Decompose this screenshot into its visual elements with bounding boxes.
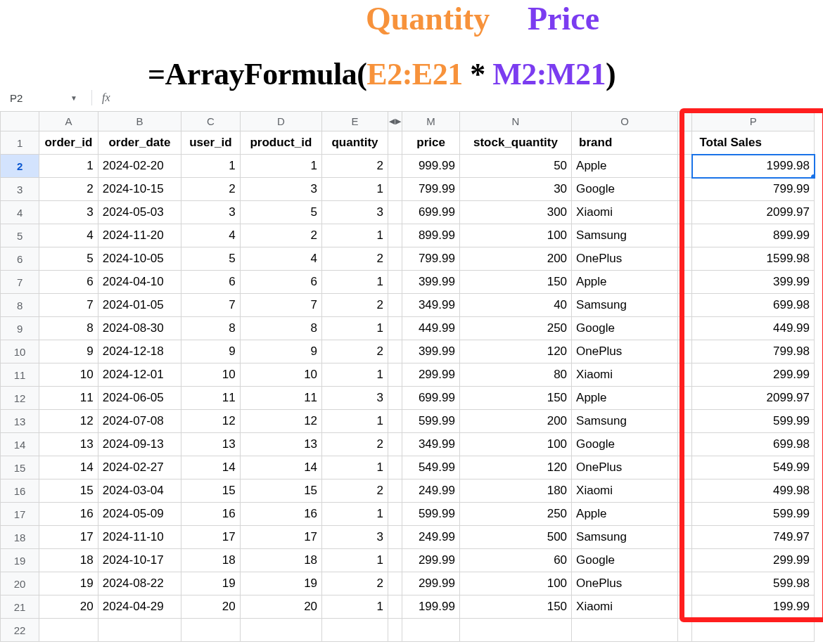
cell[interactable]: 349.99 <box>402 294 460 317</box>
cell[interactable]: 9 <box>39 340 98 363</box>
table-row[interactable]: 542024-11-20421899.99100Samsung899.99 <box>1 224 815 247</box>
cell[interactable]: 549.99 <box>692 456 815 479</box>
cell[interactable]: 20 <box>181 595 241 619</box>
cell[interactable]: 499.98 <box>692 479 815 503</box>
cell[interactable]: 9 <box>181 340 241 363</box>
table-row[interactable]: 322024-10-15231799.9930Google799.99 <box>1 178 815 201</box>
cell[interactable]: 599.99 <box>692 503 815 526</box>
cell[interactable]: 2024-10-17 <box>98 549 181 572</box>
table-row[interactable]: 15142024-02-2714141549.99120OnePlus549.9… <box>1 456 815 479</box>
row-header[interactable]: 11 <box>1 363 39 387</box>
cell[interactable]: 150 <box>459 271 571 294</box>
cell[interactable]: 2024-11-10 <box>98 526 181 549</box>
cell[interactable]: 1 <box>322 178 388 201</box>
cell[interactable]: 250 <box>459 317 571 340</box>
cell[interactable]: 12 <box>181 410 241 433</box>
cell[interactable]: 300 <box>459 201 571 224</box>
cell[interactable]: 200 <box>459 247 571 271</box>
cell[interactable]: 40 <box>459 294 571 317</box>
cell[interactable]: 18 <box>181 549 241 572</box>
cell[interactable]: 80 <box>459 363 571 387</box>
cell[interactable]: 1 <box>322 595 388 619</box>
cell[interactable]: 17 <box>39 526 98 549</box>
cell[interactable]: 599.99 <box>692 410 815 433</box>
row-header[interactable]: 3 <box>1 178 39 201</box>
cell[interactable]: 2 <box>322 155 388 178</box>
cell[interactable]: 199.99 <box>692 595 815 619</box>
cell[interactable]: 2099.97 <box>692 387 815 410</box>
cell[interactable]: 2 <box>322 340 388 363</box>
row-header[interactable]: 7 <box>1 271 39 294</box>
cell[interactable]: 150 <box>459 387 571 410</box>
cell[interactable]: 8 <box>240 317 321 340</box>
cell[interactable]: 2 <box>322 247 388 271</box>
cell[interactable]: 299.99 <box>402 363 460 387</box>
cell[interactable]: 799.99 <box>692 178 815 201</box>
table-row[interactable]: 20192024-08-2219192299.99100OnePlus599.9… <box>1 572 815 595</box>
cell[interactable]: Samsung <box>572 410 678 433</box>
cell[interactable]: Google <box>572 549 678 572</box>
col-header-B[interactable]: B <box>98 112 181 131</box>
cell[interactable]: 4 <box>240 247 321 271</box>
cell[interactable]: 599.99 <box>402 503 460 526</box>
cell[interactable]: 2024-08-22 <box>98 572 181 595</box>
cell[interactable]: 18 <box>240 549 321 572</box>
cell[interactable]: 2024-12-18 <box>98 340 181 363</box>
cell[interactable]: 250 <box>459 503 571 526</box>
cell[interactable]: Apple <box>572 503 678 526</box>
cell[interactable]: Xiaomi <box>572 201 678 224</box>
row-header[interactable]: 18 <box>1 526 39 549</box>
row-header[interactable]: 22 <box>1 619 39 642</box>
cell[interactable]: 5 <box>39 247 98 271</box>
row-header[interactable]: 21 <box>1 595 39 619</box>
cell[interactable]: Google <box>572 178 678 201</box>
cell[interactable]: 5 <box>240 201 321 224</box>
table-row[interactable]: 17162024-05-0916161599.99250Apple599.99 <box>1 503 815 526</box>
cell[interactable]: 2024-05-09 <box>98 503 181 526</box>
row-header[interactable]: 5 <box>1 224 39 247</box>
col-header-C[interactable]: C <box>181 112 241 131</box>
cell[interactable]: 2 <box>322 294 388 317</box>
cell[interactable]: 8 <box>39 317 98 340</box>
cell[interactable]: 15 <box>39 479 98 503</box>
row-header[interactable]: 17 <box>1 503 39 526</box>
cell[interactable]: 11 <box>181 387 241 410</box>
cell[interactable] <box>98 619 181 642</box>
cell[interactable] <box>322 619 388 642</box>
cell[interactable]: 299.99 <box>402 572 460 595</box>
cell[interactable]: 14 <box>39 456 98 479</box>
row-header[interactable]: 9 <box>1 317 39 340</box>
cell[interactable]: 11 <box>240 387 321 410</box>
table-row[interactable]: 432024-05-03353699.99300Xiaomi2099.97 <box>1 201 815 224</box>
col-header-M[interactable]: M <box>402 112 460 131</box>
cell[interactable]: Xiaomi <box>572 595 678 619</box>
cell[interactable]: 7 <box>181 294 241 317</box>
name-box[interactable]: P2 ▼ <box>7 91 80 105</box>
row-header[interactable]: 13 <box>1 410 39 433</box>
cell[interactable]: OnePlus <box>572 247 678 271</box>
table-row[interactable]: 14132024-09-1313132349.99100Google699.98 <box>1 433 815 456</box>
row-header[interactable]: 6 <box>1 247 39 271</box>
cell[interactable]: price <box>402 131 460 155</box>
cell[interactable]: 1 <box>322 363 388 387</box>
cell[interactable]: product_id <box>240 131 321 155</box>
cell[interactable]: 17 <box>181 526 241 549</box>
fx-icon[interactable]: fx <box>91 90 110 105</box>
cell[interactable]: Apple <box>572 271 678 294</box>
cell[interactable]: 30 <box>459 178 571 201</box>
cell[interactable]: 2024-02-27 <box>98 456 181 479</box>
cell[interactable]: 180 <box>459 479 571 503</box>
cell[interactable]: 2024-09-13 <box>98 433 181 456</box>
cell[interactable]: 2024-07-08 <box>98 410 181 433</box>
cell[interactable]: 399.99 <box>402 271 460 294</box>
cell[interactable]: 6 <box>39 271 98 294</box>
cell[interactable]: 200 <box>459 410 571 433</box>
cell[interactable]: 299.99 <box>692 549 815 572</box>
cell[interactable] <box>572 619 678 642</box>
cell[interactable]: 699.99 <box>402 201 460 224</box>
cell[interactable]: 299.99 <box>402 549 460 572</box>
row-header[interactable]: 2 <box>1 155 39 178</box>
cell[interactable]: quantity <box>322 131 388 155</box>
cell[interactable]: 749.97 <box>692 526 815 549</box>
table-header-row[interactable]: 1 order_id order_date user_id product_id… <box>1 131 815 155</box>
